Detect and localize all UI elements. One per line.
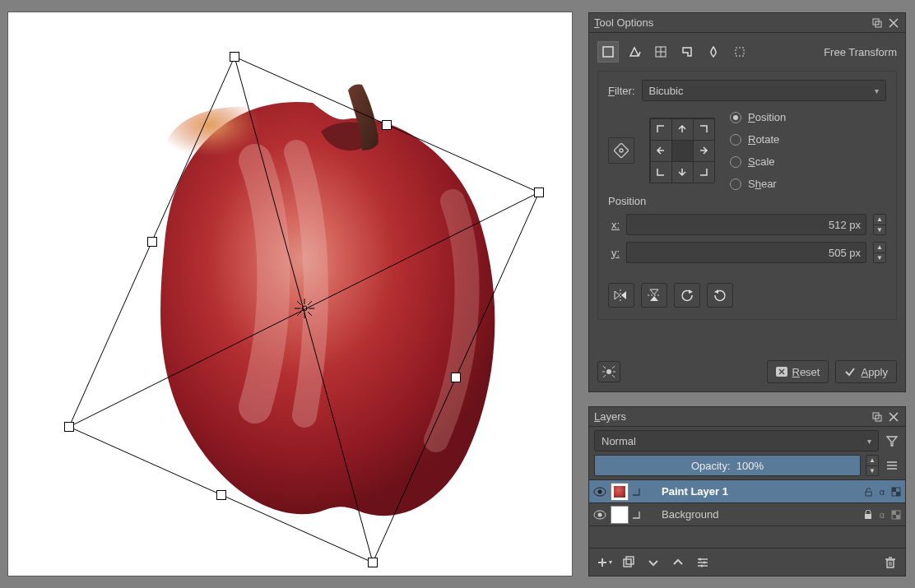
close-panel-icon[interactable] — [887, 16, 900, 30]
transform-handle[interactable] — [216, 490, 226, 500]
mode-mesh-icon[interactable] — [729, 41, 750, 63]
transform-handle[interactable] — [230, 52, 239, 62]
anchor-nw[interactable] — [650, 118, 672, 141]
transform-handle[interactable] — [451, 373, 461, 382]
transform-handle[interactable] — [147, 237, 157, 247]
anchor-w[interactable] — [650, 140, 672, 162]
close-panel-icon[interactable] — [887, 410, 900, 424]
mode-label: Free Transform — [824, 46, 897, 58]
mode-cage-icon[interactable] — [676, 41, 698, 63]
svg-line-10 — [308, 301, 312, 305]
svg-line-9 — [297, 301, 301, 305]
anchor-n[interactable] — [671, 118, 694, 141]
mode-free-transform-icon[interactable] — [597, 41, 619, 63]
svg-point-32 — [606, 369, 611, 374]
svg-marker-24 — [614, 143, 629, 158]
svg-marker-28 — [650, 289, 658, 294]
anchor-ne[interactable] — [693, 118, 715, 141]
layer-corner-icon — [632, 511, 642, 519]
x-input[interactable]: 512 px — [626, 214, 866, 235]
delete-layer-icon[interactable] — [882, 554, 899, 571]
transform-handle[interactable] — [382, 120, 392, 130]
layer-name: Paint Layer 1 — [645, 485, 859, 498]
anchor-se[interactable] — [693, 161, 715, 183]
panel-title-bar: Layers — [589, 407, 905, 427]
svg-point-51 — [598, 489, 602, 493]
lock-icon[interactable] — [862, 509, 874, 521]
svg-line-19 — [639, 52, 640, 56]
svg-marker-31 — [714, 289, 718, 294]
rotate-ccw-icon[interactable] — [674, 283, 700, 308]
svg-rect-72 — [887, 560, 894, 567]
layer-options-icon[interactable] — [884, 457, 900, 474]
opacity-spinner[interactable]: ▲▼ — [866, 455, 879, 476]
mode-warp-icon[interactable] — [650, 41, 671, 63]
tool-options-panel: TTool Optionsool Options Free Transform — [588, 12, 906, 392]
svg-rect-52 — [866, 492, 871, 496]
layer-corner-icon — [632, 488, 642, 496]
anchor-sw[interactable] — [650, 161, 672, 183]
svg-point-71 — [701, 564, 704, 567]
move-down-icon[interactable] — [645, 554, 662, 571]
filter-icon[interactable] — [884, 433, 900, 449]
y-input[interactable]: 505 px — [626, 242, 866, 263]
svg-rect-55 — [896, 492, 900, 496]
svg-line-33 — [603, 366, 606, 368]
layer-properties-icon[interactable] — [694, 554, 711, 571]
visibility-toggle-icon[interactable] — [592, 487, 607, 497]
filter-dropdown[interactable]: Bicubic ▾ — [642, 80, 886, 101]
radio-position[interactable]: PPositionosition — [730, 111, 786, 123]
svg-marker-18 — [630, 48, 639, 56]
add-layer-icon[interactable]: ▾ — [596, 554, 612, 571]
move-up-icon[interactable] — [670, 554, 686, 571]
radio-shear[interactable]: Shear — [730, 178, 786, 190]
radio-rotate[interactable]: Rotate — [730, 133, 786, 146]
svg-line-35 — [603, 375, 606, 377]
canvas-artwork — [8, 12, 572, 576]
anchor-e[interactable] — [693, 140, 715, 162]
duplicate-layer-icon[interactable] — [620, 554, 637, 571]
lock-open-icon[interactable] — [862, 486, 874, 498]
svg-point-25 — [620, 149, 623, 152]
flip-horizontal-icon[interactable] — [608, 283, 634, 308]
y-label: y: — [608, 247, 620, 259]
anchor-grid — [649, 118, 715, 183]
transform-handle[interactable] — [534, 188, 544, 197]
visibility-toggle-icon[interactable] — [592, 510, 607, 520]
transform-handle[interactable] — [64, 422, 74, 432]
panel-title: Layers — [594, 410, 626, 423]
rotate-cw-icon[interactable] — [707, 283, 733, 308]
inherit-alpha-icon[interactable] — [890, 486, 902, 498]
canvas[interactable] — [8, 12, 572, 576]
float-panel-icon[interactable] — [871, 16, 884, 30]
svg-rect-61 — [896, 515, 900, 519]
mode-perspective-icon[interactable] — [624, 41, 645, 63]
svg-marker-27 — [621, 291, 626, 299]
layer-row-background[interactable]: Background α — [589, 503, 905, 526]
transform-handle[interactable] — [368, 558, 378, 567]
inherit-alpha-icon[interactable] — [890, 509, 902, 521]
anchor-center-button[interactable] — [608, 137, 634, 164]
svg-marker-29 — [650, 296, 658, 301]
apply-button[interactable]: Apply — [835, 360, 897, 383]
alpha-icon: α — [876, 509, 888, 521]
svg-rect-64 — [624, 559, 631, 567]
blend-mode-dropdown[interactable]: Normal▾ — [594, 430, 879, 451]
flip-vertical-icon[interactable] — [641, 283, 667, 308]
layer-row-paint[interactable]: Paint Layer 1 α — [589, 480, 905, 503]
float-panel-icon[interactable] — [871, 410, 884, 424]
svg-rect-54 — [892, 488, 896, 492]
mode-liquify-icon[interactable] — [703, 41, 724, 63]
svg-marker-30 — [689, 289, 693, 294]
x-spinner[interactable]: ▲▼ — [873, 214, 886, 235]
y-spinner[interactable]: ▲▼ — [873, 242, 886, 263]
layers-panel: Layers Normal▾ Opacity: 100% ▲▼ Paint La… — [588, 406, 906, 576]
opacity-slider[interactable]: Opacity: 100% — [594, 455, 861, 476]
reset-button[interactable]: Reset — [767, 360, 829, 383]
crawl-icon[interactable] — [597, 361, 620, 382]
anchor-center[interactable] — [671, 140, 694, 162]
transform-pivot-icon[interactable] — [293, 297, 316, 320]
svg-point-57 — [598, 512, 602, 516]
radio-scale[interactable]: Scale — [730, 155, 786, 168]
anchor-s[interactable] — [671, 161, 694, 183]
